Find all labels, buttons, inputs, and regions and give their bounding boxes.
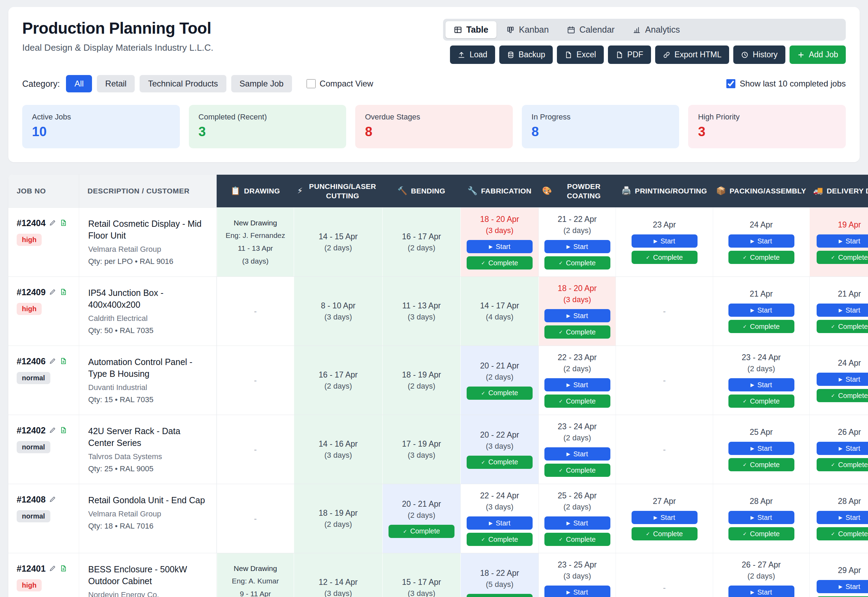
stage-duration: (2 days) <box>564 364 591 373</box>
stat-value: 10 <box>32 124 170 139</box>
complete-button[interactable]: ✓Complete <box>817 320 868 333</box>
start-button[interactable]: ▶Start <box>632 235 697 248</box>
table-icon <box>454 26 462 34</box>
complete-button[interactable]: ✓Complete <box>467 386 533 400</box>
start-button[interactable]: ▶Start <box>817 373 868 386</box>
complete-button[interactable]: ✓Complete <box>729 395 794 408</box>
tab-calendar[interactable]: Calendar <box>559 21 623 38</box>
job-notes-button[interactable] <box>60 426 67 435</box>
button-label: Start <box>660 237 675 245</box>
complete-button[interactable]: ✓Complete <box>817 251 868 264</box>
complete-button[interactable]: ✓Complete <box>467 533 533 546</box>
start-button[interactable]: ▶Start <box>467 517 533 530</box>
edit-job-button[interactable] <box>49 565 56 573</box>
column-label: PUNCHING/LASER CUTTING <box>306 182 379 201</box>
job-notes-button[interactable] <box>60 219 67 227</box>
stage-actions: ▶Start✓Complete <box>817 580 868 597</box>
complete-button[interactable]: ✓Complete <box>467 594 533 597</box>
start-button[interactable]: ▶Start <box>817 511 868 524</box>
database-icon <box>507 51 515 59</box>
start-button[interactable]: ▶Start <box>729 303 794 317</box>
tab-analytics[interactable]: Analytics <box>624 21 688 38</box>
start-button[interactable]: ▶Start <box>729 442 794 455</box>
stage-cell-fabrication: 14 - 17 Apr(4 days) <box>460 277 539 346</box>
drawing-info-line: New Drawing <box>234 217 277 229</box>
empty-stage: - <box>663 444 666 454</box>
complete-button[interactable]: ✓Complete <box>545 395 610 408</box>
button-label: Start <box>573 519 588 527</box>
play-icon: ▶ <box>566 382 570 388</box>
start-button[interactable]: ▶Start <box>545 378 610 391</box>
edit-job-button[interactable] <box>49 219 56 227</box>
stage-actions: ▶Start✓Complete <box>817 373 868 402</box>
pdf-button[interactable]: PDF <box>608 46 651 64</box>
stage-date: 23 - 25 Apr <box>558 560 597 570</box>
check-icon: ✓ <box>481 391 485 396</box>
start-button[interactable]: ▶Start <box>729 511 794 524</box>
category-all[interactable]: All <box>66 75 92 92</box>
job-notes-button[interactable] <box>60 565 67 573</box>
category-technical-products[interactable]: Technical Products <box>139 75 226 92</box>
complete-button[interactable]: ✓Complete <box>729 458 794 471</box>
start-button[interactable]: ▶Start <box>729 235 794 248</box>
export-html-button[interactable]: Export HTML <box>655 46 729 64</box>
stage-duration: (2 days) <box>486 373 513 382</box>
show-completed-checkbox[interactable] <box>726 79 735 88</box>
edit-job-button[interactable] <box>49 496 56 504</box>
job-description: Retail Gondola Unit - End Cap <box>88 495 207 506</box>
start-button[interactable]: ▶Start <box>817 580 868 593</box>
complete-button[interactable]: ✓Complete <box>729 320 794 333</box>
job-notes-button[interactable] <box>60 288 67 297</box>
add-job-button[interactable]: Add Job <box>789 46 846 64</box>
job-number: #12408 <box>17 495 46 505</box>
start-button[interactable]: ▶Start <box>467 240 533 253</box>
load-button[interactable]: Load <box>450 46 495 64</box>
start-button[interactable]: ▶Start <box>545 240 610 253</box>
complete-button[interactable]: ✓Complete <box>467 456 533 469</box>
start-button[interactable]: ▶Start <box>817 442 868 455</box>
tab-kanban[interactable]: Kanban <box>498 21 557 38</box>
complete-button[interactable]: ✓Complete <box>467 256 533 269</box>
tab-table[interactable]: Table <box>445 21 497 38</box>
backup-button[interactable]: Backup <box>499 46 553 64</box>
complete-button[interactable]: ✓Complete <box>817 389 868 402</box>
edit-job-button[interactable] <box>49 288 56 297</box>
history-button[interactable]: History <box>733 46 785 64</box>
start-button[interactable]: ▶Start <box>632 511 697 524</box>
start-button[interactable]: ▶Start <box>545 517 610 530</box>
complete-button[interactable]: ✓Complete <box>729 527 794 541</box>
col-header-printing-routing: 🖨️PRINTING/ROUTING <box>616 175 713 207</box>
check-icon: ✓ <box>481 536 485 542</box>
complete-button[interactable]: ✓Complete <box>545 463 610 477</box>
complete-button[interactable]: ✓Complete <box>632 251 697 264</box>
start-button[interactable]: ▶Start <box>817 235 868 248</box>
complete-button[interactable]: ✓Complete <box>389 525 454 538</box>
start-button[interactable]: ▶Start <box>545 585 610 597</box>
complete-button[interactable]: ✓Complete <box>545 325 610 339</box>
complete-button[interactable]: ✓Complete <box>817 527 868 541</box>
show-completed-toggle[interactable]: Show last 10 completed jobs <box>726 79 846 89</box>
start-button[interactable]: ▶Start <box>729 378 794 391</box>
category-sample-job[interactable]: Sample Job <box>231 75 292 92</box>
start-button[interactable]: ▶Start <box>729 585 794 597</box>
compact-view-checkbox[interactable] <box>307 79 316 88</box>
complete-button[interactable]: ✓Complete <box>817 458 868 471</box>
stat-label: Completed (Recent) <box>199 113 337 122</box>
compact-view-toggle[interactable]: Compact View <box>307 79 373 89</box>
complete-button[interactable]: ✓Complete <box>632 527 697 541</box>
start-button[interactable]: ▶Start <box>545 447 610 460</box>
file-icon <box>616 51 623 59</box>
edit-job-button[interactable] <box>49 357 56 366</box>
job-notes-button[interactable] <box>60 357 67 366</box>
start-button[interactable]: ▶Start <box>817 303 868 317</box>
excel-button[interactable]: Excel <box>557 46 604 64</box>
document-icon <box>60 426 67 435</box>
column-label: PRINTING/ROUTING <box>635 186 707 196</box>
complete-button[interactable]: ✓Complete <box>545 256 610 269</box>
edit-job-button[interactable] <box>49 426 56 435</box>
stage-date: 24 Apr <box>749 220 773 230</box>
category-retail[interactable]: Retail <box>97 75 135 92</box>
start-button[interactable]: ▶Start <box>545 309 610 322</box>
complete-button[interactable]: ✓Complete <box>545 533 610 546</box>
complete-button[interactable]: ✓Complete <box>729 251 794 264</box>
